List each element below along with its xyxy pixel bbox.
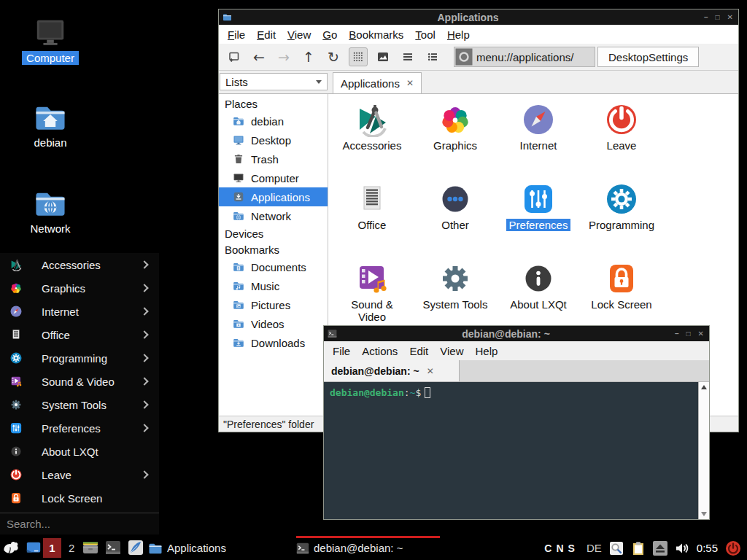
quicklaunch-featherpad[interactable]: [128, 540, 144, 556]
screenshot-icon[interactable]: [609, 541, 624, 556]
sidebar-item-videos[interactable]: Videos: [219, 314, 328, 333]
menu-help[interactable]: Help: [469, 345, 503, 357]
refresh-button[interactable]: ↻: [324, 47, 343, 66]
workspace-1[interactable]: 1: [43, 538, 61, 558]
app-category-other[interactable]: Other: [415, 182, 495, 231]
scroll-down-icon[interactable]: [701, 512, 707, 516]
thumbnail-view-button[interactable]: [374, 47, 392, 66]
workspace-2[interactable]: 2: [69, 536, 74, 560]
app-category-accessories[interactable]: Accessories: [332, 102, 412, 152]
show-desktop-button[interactable]: [26, 540, 42, 556]
minimize-button[interactable]: –: [675, 330, 679, 338]
keyboard-layout[interactable]: DE: [587, 542, 602, 554]
sidebar-item-applications[interactable]: Applications: [219, 187, 328, 206]
menu-actions[interactable]: Actions: [356, 345, 403, 357]
maximize-button[interactable]: □: [716, 13, 720, 21]
sidebar-item-desktop[interactable]: Desktop: [219, 131, 328, 149]
address-bar[interactable]: menu://applications/: [454, 47, 595, 67]
quicklaunch-qterminal[interactable]: [105, 540, 121, 556]
compact-view-button[interactable]: [398, 47, 417, 66]
menu-edit[interactable]: Edit: [251, 28, 282, 41]
fm-sidebar: PlacesdebianDesktopTrashComputerApplicat…: [219, 94, 328, 416]
menu-help[interactable]: Help: [441, 28, 476, 41]
close-button[interactable]: ✕: [698, 330, 704, 338]
sidebar-item-trash[interactable]: Trash: [219, 149, 328, 168]
sidebar-item-network[interactable]: Network: [219, 206, 328, 225]
app-category-preferences[interactable]: Preferences: [498, 182, 578, 231]
menu-item-graphics[interactable]: Graphics: [0, 276, 159, 300]
quicklaunch-file-manager[interactable]: [82, 540, 98, 556]
terminal-screen[interactable]: debian@debian:~$: [324, 382, 698, 519]
close-button[interactable]: ✕: [727, 13, 733, 21]
menu-item-office[interactable]: Office: [0, 323, 159, 346]
menu-go[interactable]: Go: [317, 28, 343, 41]
app-category-graphics[interactable]: Graphics: [415, 102, 495, 152]
desktop-settings-button[interactable]: DesktopSettings: [597, 47, 699, 67]
task-applications[interactable]: Applications: [148, 536, 291, 560]
menu-view[interactable]: View: [434, 345, 469, 357]
menu-search-input[interactable]: Search...: [0, 513, 159, 534]
clock[interactable]: 0:55: [697, 542, 718, 554]
menu-item-lock-screen[interactable]: Lock Screen: [0, 486, 159, 510]
terminal-titlebar[interactable]: debian@debian: ~ – □ ✕: [324, 326, 709, 341]
desktop-icon-computer[interactable]: Computer: [10, 16, 90, 65]
menu-item-preferences[interactable]: Preferences: [0, 416, 159, 440]
menu-file[interactable]: File: [222, 28, 251, 41]
menu-item-programming[interactable]: Programming: [0, 346, 159, 370]
app-category-lock-screen[interactable]: Lock Screen: [581, 261, 662, 311]
new-tab-button[interactable]: [225, 47, 244, 66]
tab-close-icon[interactable]: ✕: [406, 78, 414, 88]
sidebar-item-debian[interactable]: debian: [219, 112, 328, 131]
menu-bookmarks[interactable]: Bookmarks: [343, 28, 409, 41]
eject-icon[interactable]: [653, 541, 667, 556]
menu-item-internet[interactable]: Internet: [0, 300, 159, 323]
minimize-button[interactable]: –: [704, 13, 708, 21]
sidebar-item-computer[interactable]: Computer: [219, 168, 328, 187]
maximize-button[interactable]: □: [686, 330, 691, 338]
sidebar-item-documents[interactable]: Documents: [219, 257, 328, 276]
terminal-scrollbar[interactable]: [698, 382, 709, 519]
app-category-system-tools[interactable]: System Tools: [415, 261, 495, 311]
app-category-sound-video[interactable]: Sound & Video: [332, 261, 412, 323]
tab-applications[interactable]: Applications ✕: [333, 72, 422, 93]
sidebar-item-pictures[interactable]: Pictures: [219, 295, 328, 314]
app-category-leave[interactable]: Leave: [581, 102, 662, 152]
app-category-internet[interactable]: Internet: [498, 102, 578, 152]
menu-view[interactable]: View: [282, 28, 317, 41]
task-debian-debian[interactable]: debian@debian: ~: [296, 536, 440, 560]
menu-item-leave[interactable]: Leave: [0, 463, 159, 486]
sidebar-item-music[interactable]: Music: [219, 276, 328, 295]
submenu-arrow-icon: [140, 260, 148, 268]
forward-button[interactable]: →: [274, 47, 293, 66]
scroll-up-icon[interactable]: [701, 385, 707, 389]
volume-icon[interactable]: [675, 541, 689, 556]
task-label: Applications: [167, 542, 226, 554]
app-category-office[interactable]: Office: [332, 182, 412, 231]
menu-item-accessories[interactable]: Accessories: [0, 253, 159, 276]
menu-item-about-lxqt[interactable]: About LXQt: [0, 440, 159, 463]
icon-view-button[interactable]: [349, 47, 368, 66]
app-menu-button[interactable]: [2, 540, 19, 556]
clipboard-icon[interactable]: [631, 541, 646, 556]
detailed-view-button[interactable]: [423, 47, 442, 66]
menu-file[interactable]: File: [327, 345, 356, 357]
menu-item-sound-video[interactable]: Sound & Video: [0, 370, 159, 393]
sidebar-item-label: Videos: [251, 318, 285, 330]
app-category-about-lxqt[interactable]: About LXQt: [498, 261, 578, 311]
sidebar-item-label: Network: [251, 210, 291, 222]
submenu-arrow-icon: [140, 470, 148, 478]
sidebar-item-downloads[interactable]: Downloads: [219, 333, 328, 352]
desktop-icon-network[interactable]: Network: [10, 187, 90, 236]
menu-item-system-tools[interactable]: System Tools: [0, 393, 159, 416]
menu-tool[interactable]: Tool: [409, 28, 441, 41]
power-button[interactable]: [725, 540, 741, 556]
up-button[interactable]: ↑: [299, 47, 318, 66]
tab-close-icon[interactable]: ✕: [427, 366, 434, 376]
fm-titlebar[interactable]: Applications – □ ✕: [219, 9, 738, 25]
app-category-programming[interactable]: Programming: [581, 182, 662, 231]
terminal-tab[interactable]: debian@debian: ~ ✕: [324, 360, 460, 381]
desktop-icon-debian[interactable]: debian: [10, 101, 90, 149]
panel-view-combo[interactable]: Lists: [220, 73, 328, 90]
menu-edit[interactable]: Edit: [403, 345, 434, 357]
back-button[interactable]: ←: [249, 47, 268, 66]
